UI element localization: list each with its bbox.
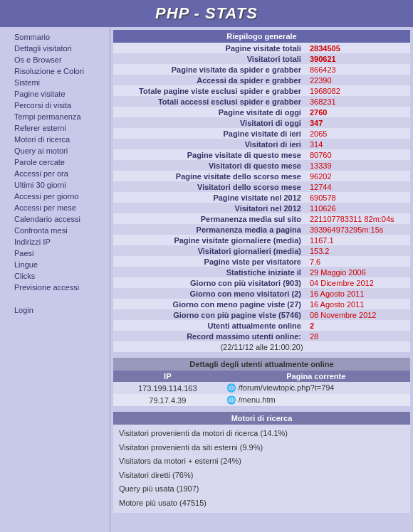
summary-label-15: Visitatori nel 2012 (113, 203, 305, 213)
sidebar-login-section: Login (0, 304, 110, 316)
sidebar-item-risoluzione-colori[interactable]: Risoluzione e Colori (0, 65, 110, 77)
engines-line-2: Visitators da motori + esterni (24%) (119, 454, 404, 469)
summary-table: Riepilogo generale Pagine visitate total… (113, 30, 410, 352)
summary-value-6: 2760 (305, 107, 410, 117)
summary-label-3: Accessi da spider e grabber (113, 75, 305, 85)
sidebar-item-clicks[interactable]: Clicks (0, 270, 110, 282)
summary-value-0: 2834505 (305, 43, 410, 53)
summary-label-0: Pagine visitate totali (113, 43, 305, 53)
summary-label-18: Pagine visitate giornaliere (media) (113, 235, 305, 245)
summary-label-8: Pagine visitate di ieri (113, 128, 305, 139)
summary-label-17: Permanenza media a pagina (113, 224, 305, 235)
summary-label-24: Giorno con meno pagine viste (27) (113, 299, 305, 309)
summary-label-4: Totale pagine viste esclusi spider e gra… (113, 85, 305, 96)
sidebar-item-query-motori[interactable]: Query ai motori (0, 145, 110, 156)
online-title: Dettagli degli utenti attualmente online (113, 358, 410, 371)
sidebar-item-percorsi-visita[interactable]: Percorsi di visita (0, 100, 110, 111)
summary-label-14: Pagine visitate nel 2012 (113, 192, 305, 203)
online-table: IP Pagina corrente 173.199.114.163🌐 /for… (113, 371, 410, 406)
engines-title: Motori di ricerca (113, 412, 410, 425)
sidebar-item-indirizzi-ip[interactable]: Indirizzi IP (0, 236, 110, 248)
engines-line-3: Visitatori diretti (76%) (119, 469, 404, 483)
sidebar-item-pagine-visitate[interactable]: Pagine visitate (0, 88, 110, 100)
summary-label-13: Visitatori dello scorso mese (113, 181, 305, 192)
summary-label-27: Record massimo utenti online: (113, 331, 305, 341)
sidebar-item-accessi-per-mese[interactable]: Accessi per mese (0, 202, 110, 213)
sidebar-item-accessi-per-ora[interactable]: Accessi per ora (0, 168, 110, 179)
summary-value-18: 1167.1 (305, 235, 410, 245)
summary-label-21: Statistiche iniziate il (113, 267, 305, 277)
sidebar-item-ultimi-30-giorni[interactable]: Ultimi 30 giorni (0, 179, 110, 191)
engines-line-0: Visitatori provenienti da motori di rice… (119, 427, 404, 441)
summary-label-25: Giorno con più pagine viste (5746) (113, 309, 305, 320)
summary-label-11: Visitatori di questo mese (113, 160, 305, 171)
summary-value-11: 13339 (305, 160, 410, 171)
summary-value-16: 221107783311 82m:04s (305, 213, 410, 224)
sidebar-item-sommario[interactable]: Sommario (0, 31, 110, 43)
summary-value-15: 110626 (305, 203, 410, 213)
engines-section: Motori di ricerca Visitatori provenienti… (113, 412, 410, 513)
summary-label-1: Visitatori totali (113, 53, 305, 64)
summary-value-1: 390621 (305, 53, 410, 64)
summary-label-26: Utenti attualmente online (113, 320, 305, 331)
sidebar-item-parole-cercate[interactable]: Parole cercate (0, 156, 110, 168)
summary-value-7: 347 (305, 117, 410, 128)
sidebar-nav: SommarioDettagli visitatoriOs e BrowserR… (0, 31, 110, 293)
online-ip-0: 173.199.114.163 (113, 382, 222, 394)
summary-value-21: 29 Maggio 2006 (305, 267, 410, 277)
online-col-page: Pagina corrente (222, 371, 410, 382)
summary-value-23: 16 Agosto 2011 (305, 288, 410, 299)
sidebar-item-tempi-permanenza[interactable]: Tempi permanenza (0, 111, 110, 122)
summary-value-26: 2 (305, 320, 410, 331)
sidebar-item-motori-ricerca[interactable]: Motori di ricerca (0, 134, 110, 145)
online-row-0: 173.199.114.163🌐 /forum/viewtopic.php?t=… (113, 382, 410, 394)
summary-value-10: 80760 (305, 149, 410, 160)
summary-label-10: Pagine visitate di questo mese (113, 149, 305, 160)
summary-value-25: 08 Novembre 2012 (305, 309, 410, 320)
sidebar: SommarioDettagli visitatoriOs e BrowserR… (0, 27, 110, 532)
sidebar-item-lingue[interactable]: Lingue (0, 259, 110, 270)
summary-value-17: 393964973295m:15s (305, 224, 410, 235)
summary-value-27: 28 (305, 331, 410, 341)
sidebar-item-accessi-per-giorno[interactable]: Accessi per giorno (0, 191, 110, 202)
summary-label-7: Visitatori di oggi (113, 117, 305, 128)
summary-title: Riepilogo generale (113, 30, 410, 43)
summary-value-5: 368231 (305, 96, 410, 107)
online-col-ip: IP (113, 371, 222, 382)
page-title: PHP - STATS (0, 4, 413, 23)
summary-label-5: Totali accessi esclusi spider e grabber (113, 96, 305, 107)
engines-line-5: Motore più usato (47515) (119, 496, 404, 511)
summary-value-8: 2065 (305, 128, 410, 139)
summary-value-14: 690578 (305, 192, 410, 203)
summary-value-2: 866423 (305, 64, 410, 75)
sidebar-item-paesi[interactable]: Paesi (0, 248, 110, 259)
sidebar-item-referer-esterni[interactable]: Referer esterni (0, 122, 110, 134)
engines-line-1: Visitatori provenienti da siti esterni (… (119, 441, 404, 455)
summary-label-12: Pagine visitate dello scorso mese (113, 171, 305, 181)
online-page-1: 🌐 /menu.htm (222, 394, 410, 406)
online-ip-1: 79.17.4.39 (113, 394, 222, 406)
sidebar-item-previsione-accessi[interactable]: Previsione accessi (0, 282, 110, 293)
summary-label-16: Permanenza media sul sito (113, 213, 305, 224)
summary-label-20: Pagine viste per visitatore (113, 256, 305, 267)
sidebar-item-os-browser[interactable]: Os e Browser (0, 54, 110, 65)
sidebar-item-sistemi[interactable]: Sistemi (0, 77, 110, 88)
summary-label-6: Pagine visitate di oggi (113, 107, 305, 117)
sidebar-item-confronta-mesi[interactable]: Confronta mesi (0, 225, 110, 236)
summary-value-4: 1968082 (305, 85, 410, 96)
summary-row-28: (22/11/12 alle 21:00:20) (113, 341, 410, 352)
sidebar-item-login[interactable]: Login (0, 304, 110, 316)
online-page-0: 🌐 /forum/viewtopic.php?t=794 (222, 382, 410, 394)
summary-value-3: 22390 (305, 75, 410, 85)
sidebar-item-calendario-accessi[interactable]: Calendario accessi (0, 213, 110, 225)
online-users-section: Dettagli degli utenti attualmente online… (113, 358, 410, 406)
summary-value-12: 96202 (305, 171, 410, 181)
main-content: Riepilogo generale Pagine visitate total… (110, 27, 413, 532)
summary-value-22: 04 Dicembre 2012 (305, 277, 410, 288)
summary-label-2: Pagine visitate da spider e grabber (113, 64, 305, 75)
summary-value-24: 16 Agosto 2011 (305, 299, 410, 309)
engines-line-4: Query più usata (1907) (119, 482, 404, 496)
sidebar-item-dettagli-visitatori[interactable]: Dettagli visitatori (0, 43, 110, 54)
summary-label-9: Visitatori di ieri (113, 139, 305, 149)
page-header: PHP - STATS (0, 0, 413, 27)
